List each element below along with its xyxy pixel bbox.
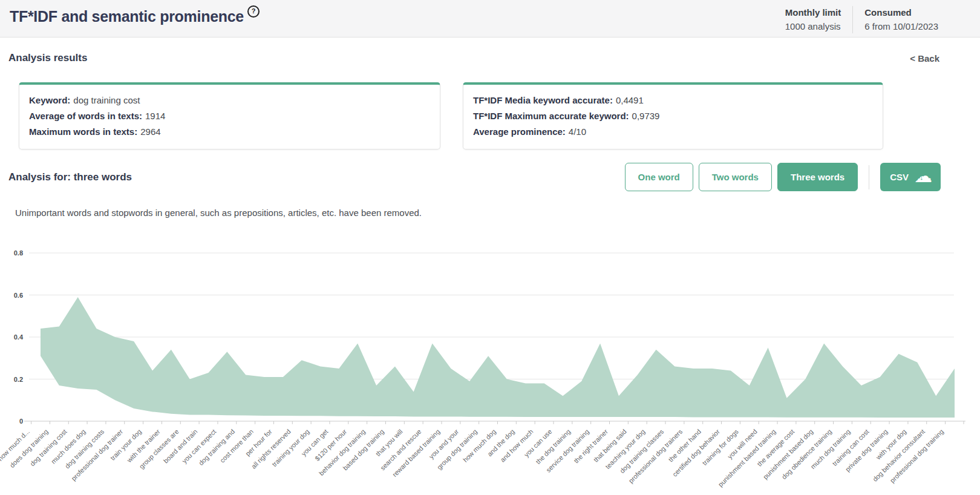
metric-row: TF*IDF Maximum accurate keyword:0,9739	[473, 108, 873, 124]
metric-value: 4/10	[569, 126, 586, 137]
tfidf-card: TF*IDF Media keyword accurate:0,4491 TF*…	[463, 82, 883, 149]
word-filter-buttons: One word Two words Three words CSV ☁↓	[619, 163, 941, 191]
keyword-card: Keyword:dog training cost Average of wor…	[19, 82, 440, 149]
metric-value: dog training cost	[73, 95, 140, 105]
prominence-chart: 00.20.40.60.8how much d...does dog train…	[0, 231, 980, 495]
app-header: TF*IDF and semantic prominence? Monthly …	[0, 0, 980, 38]
chart-svg: 00.20.40.60.8how much d...does dog train…	[0, 231, 980, 495]
one-word-button[interactable]: One word	[625, 163, 693, 191]
metric-label: TF*IDF Media keyword accurate:	[473, 95, 613, 105]
monthly-limit-stat: Monthly limit 1000 analysis	[784, 6, 843, 33]
metric-value: 2964	[140, 126, 160, 137]
metric-label: Keyword:	[29, 95, 70, 105]
cloud-download-icon: ☁↓	[914, 171, 931, 184]
page-title: TF*IDF and semantic prominence?	[10, 8, 260, 25]
x-axis-label: and how much	[499, 428, 535, 464]
metric-value: 1914	[145, 111, 165, 121]
x-axis-label: the other hand	[667, 428, 702, 464]
x-axis-label: that being said	[592, 428, 628, 464]
metric-row: Average of words in texts:1914	[29, 108, 430, 124]
back-link[interactable]: < Back	[910, 53, 939, 64]
consumed-stat: Consumed 6 from 10/01/2023	[863, 6, 939, 33]
metric-row: Keyword:dog training cost	[29, 93, 430, 108]
metric-label: Average of words in texts:	[29, 111, 142, 121]
stopwords-note: Unimportant words and stopwords in gener…	[15, 208, 422, 218]
header-stats: Monthly limit 1000 analysis Consumed 6 f…	[784, 6, 939, 33]
chart-area-series	[41, 297, 955, 418]
consumed-value: 6 from 10/01/2023	[864, 19, 938, 33]
help-icon[interactable]: ?	[247, 5, 260, 18]
monthly-limit-label: Monthly limit	[785, 6, 841, 19]
metric-label: TF*IDF Maximum accurate keyword:	[473, 111, 629, 121]
metric-label: Maximum words in texts:	[29, 126, 137, 137]
buttons-divider	[869, 165, 869, 189]
stats-divider	[852, 6, 853, 33]
section-title: Analysis results	[8, 52, 87, 64]
metric-row: Average prominence:4/10	[473, 124, 873, 140]
y-axis-label: 0.2	[14, 376, 23, 383]
x-axis-label: how much dog	[462, 428, 497, 464]
metric-row: Maximum words in texts:2964	[29, 124, 430, 140]
y-axis-label: 0	[19, 418, 23, 425]
monthly-limit-value: 1000 analysis	[785, 19, 841, 33]
metric-value: 0,9739	[632, 111, 660, 121]
metric-row: TF*IDF Media keyword accurate:0,4491	[473, 93, 873, 108]
metric-label: Average prominence:	[473, 126, 566, 137]
y-axis-label: 0.6	[14, 292, 23, 299]
three-words-button[interactable]: Three words	[777, 163, 858, 191]
csv-button-label: CSV	[890, 172, 909, 182]
y-axis-label: 0.8	[14, 249, 23, 257]
consumed-label: Consumed	[864, 6, 938, 19]
page-title-text: TF*IDF and semantic prominence	[10, 8, 244, 25]
two-words-button[interactable]: Two words	[699, 163, 772, 191]
y-axis-label: 0.4	[14, 333, 24, 341]
csv-download-button[interactable]: CSV ☁↓	[880, 163, 941, 191]
metric-value: 0,4491	[616, 95, 644, 105]
analysis-title: Analysis for: three words	[8, 171, 132, 183]
